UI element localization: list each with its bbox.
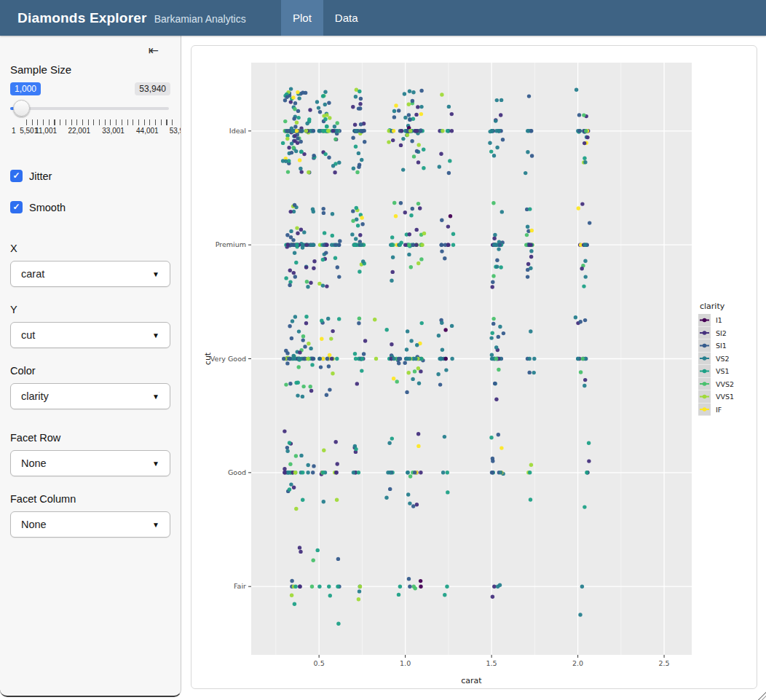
color-select[interactable]: clarity ▼ xyxy=(10,383,170,409)
data-point xyxy=(416,202,420,205)
data-point xyxy=(583,384,586,388)
data-point xyxy=(310,363,314,366)
data-point xyxy=(439,152,443,156)
x-select[interactable]: carat ▼ xyxy=(10,261,170,287)
data-point xyxy=(312,129,315,133)
data-point xyxy=(285,361,289,365)
data-point xyxy=(578,613,582,616)
slider-tick-label: 11,001 xyxy=(35,127,57,135)
data-point xyxy=(289,100,293,103)
y-axis-title: cut xyxy=(203,352,213,365)
data-point xyxy=(397,357,400,361)
data-point xyxy=(325,357,329,361)
data-point xyxy=(290,141,293,145)
data-point xyxy=(318,110,322,114)
data-point xyxy=(583,505,586,508)
data-point xyxy=(409,265,413,269)
data-point xyxy=(293,107,296,111)
data-point xyxy=(529,498,532,501)
jitter-checkbox-row[interactable]: ✓ Jitter xyxy=(10,170,170,182)
data-point xyxy=(498,243,502,247)
data-point xyxy=(397,361,400,365)
data-point xyxy=(337,243,341,247)
facet-column-select-label: Facet Column xyxy=(10,493,170,505)
data-point xyxy=(422,232,426,235)
data-point xyxy=(285,449,289,453)
data-point xyxy=(328,353,331,357)
data-point xyxy=(528,207,532,211)
sample-size-slider[interactable] xyxy=(10,100,170,117)
data-point xyxy=(288,324,291,328)
data-point xyxy=(491,459,494,463)
data-point xyxy=(327,585,331,589)
collapse-sidebar-icon[interactable]: ⇤ xyxy=(149,43,159,58)
data-point xyxy=(579,320,583,323)
data-point xyxy=(289,235,293,239)
data-point xyxy=(387,441,391,445)
x-tick-label: 1.0 xyxy=(400,659,411,667)
data-point xyxy=(450,324,454,328)
data-point xyxy=(299,150,303,154)
data-point xyxy=(583,141,586,145)
data-point xyxy=(530,154,534,157)
data-point xyxy=(491,274,495,278)
data-point xyxy=(407,103,411,106)
data-point xyxy=(411,90,415,94)
data-point xyxy=(494,357,498,361)
data-point xyxy=(333,170,336,174)
tab-plot[interactable]: Plot xyxy=(281,0,323,36)
slider-tick-label: 53,940 xyxy=(170,127,181,135)
data-point xyxy=(288,357,291,361)
facet-column-select[interactable]: None ▼ xyxy=(10,511,170,538)
data-point xyxy=(584,275,588,278)
data-point xyxy=(526,268,529,272)
data-point xyxy=(307,170,310,174)
data-point xyxy=(293,125,297,128)
data-point xyxy=(529,329,532,333)
data-point xyxy=(583,160,587,164)
data-point xyxy=(385,328,389,331)
x-tick-label: 2.0 xyxy=(572,659,583,667)
legend-title: clarity xyxy=(700,302,725,311)
smooth-checkbox-row[interactable]: ✓ Smooth xyxy=(10,201,170,213)
data-point xyxy=(304,321,308,325)
slider-track[interactable] xyxy=(10,107,169,110)
data-point xyxy=(296,90,299,94)
app-header: Diamonds Explorer Barkamian Analytics Pl… xyxy=(0,0,766,36)
tab-data[interactable]: Data xyxy=(323,0,370,36)
smooth-checkbox[interactable]: ✓ xyxy=(10,201,23,213)
data-point xyxy=(311,471,315,474)
data-point xyxy=(408,232,411,236)
data-point xyxy=(293,585,297,589)
data-point xyxy=(331,212,334,216)
data-point xyxy=(298,585,301,589)
data-point xyxy=(336,265,339,269)
facet-row-select[interactable]: None ▼ xyxy=(10,450,170,476)
legend-label: VVS1 xyxy=(716,393,734,401)
data-point xyxy=(489,149,493,153)
data-point xyxy=(297,329,301,333)
data-point xyxy=(419,471,422,474)
data-point xyxy=(358,90,361,93)
data-point xyxy=(491,280,494,284)
data-point xyxy=(317,129,321,133)
data-point xyxy=(290,151,293,154)
data-point xyxy=(529,129,533,133)
y-select[interactable]: cut ▼ xyxy=(10,322,170,348)
data-point xyxy=(399,143,403,147)
data-point xyxy=(298,158,301,162)
resize-grip-icon[interactable] xyxy=(757,691,766,700)
slider-handle[interactable] xyxy=(13,100,30,117)
jitter-checkbox[interactable]: ✓ xyxy=(10,170,23,182)
data-point xyxy=(451,243,455,247)
legend-label: I1 xyxy=(716,316,722,324)
data-point xyxy=(356,224,360,227)
data-point xyxy=(357,471,360,474)
data-point xyxy=(363,140,366,143)
data-point xyxy=(282,357,285,361)
data-point xyxy=(395,380,399,383)
data-point xyxy=(577,129,581,133)
legend-label: VVS2 xyxy=(716,380,734,388)
data-point xyxy=(414,113,418,117)
slider-tick-labels: 15,50111,00122,00133,00144,00153,940 xyxy=(10,127,181,136)
